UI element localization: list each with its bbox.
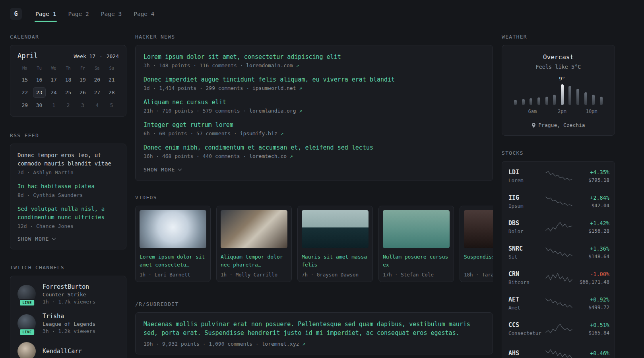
video-thumbnail[interactable] — [464, 210, 493, 248]
stock-change: +1.42% — [573, 220, 609, 226]
weather-condition: Overcast — [508, 53, 608, 61]
video-thumbnail[interactable] — [383, 210, 450, 248]
rss-item-title[interactable]: Sed volutpat nulla nisl, a condimentum n… — [17, 205, 119, 222]
reddit-meta-text: 19h · 9,932 points · 1,090 comments · — [144, 341, 262, 347]
rss-item: Donec tempor eros leo, ut commodo mauris… — [17, 151, 119, 175]
tab-page-2[interactable]: Page 2 — [67, 0, 89, 28]
video-card[interactable]: Aliquam tempor dolor nec pharetra… 1h · … — [216, 206, 292, 282]
video-thumbnail[interactable] — [140, 210, 206, 248]
app-logo[interactable]: G — [10, 8, 22, 20]
show-more-label: SHOW MORE — [17, 236, 49, 242]
hour-label: 2pm — [558, 109, 566, 114]
stock-values: +4.35% $795.18 — [573, 169, 609, 183]
video-card[interactable]: Suspendisse diam 18h · Tara — [460, 206, 493, 282]
rss-item-meta: 7d · Ashlyn Martin — [17, 169, 119, 175]
video-title[interactable]: Nullam posuere cursus ex — [383, 253, 450, 269]
twitch-section: TWITCH CHANNELS LIVE ForrestBurton Count… — [10, 265, 126, 358]
video-card[interactable]: Lorem ipsum dolor sit amet consectetu… 1… — [135, 206, 211, 282]
stock-row[interactable]: AHS +0.46% — [508, 341, 608, 358]
reddit-post-title[interactable]: Maecenas mollis pulvinar erat non posuer… — [144, 320, 485, 337]
reddit-post-meta: 19h · 9,932 points · 1,090 comments · lo… — [144, 341, 485, 347]
external-link-icon: ↗ — [302, 341, 305, 347]
stock-name: Bitcorn — [508, 279, 545, 285]
stock-values: +2.84% $42.04 — [573, 195, 609, 208]
section-title-weather: WEATHER — [502, 34, 615, 40]
weather-bar — [514, 100, 517, 105]
stock-symbol: SNRC — [508, 245, 545, 252]
calendar-day: 21 — [105, 74, 119, 85]
twitch-channel[interactable]: LIVE Trisha League of Legends 3h · 1.2k … — [17, 313, 119, 334]
twitch-channel[interactable]: LIVE ForrestBurton Counter-Strike 1h · 1… — [17, 283, 119, 305]
rss-item-title[interactable]: Donec tempor eros leo, ut commodo mauris… — [17, 151, 119, 168]
tab-page-1[interactable]: Page 1 — [35, 0, 57, 28]
video-card[interactable]: Mauris sit amet massa felis 7h · Grayson… — [297, 206, 373, 282]
video-title[interactable]: Suspendisse diam — [464, 253, 493, 269]
top-navigation: G Page 1 Page 2 Page 3 Page 4 — [0, 0, 644, 28]
hn-show-more-button[interactable]: SHOW MORE — [144, 167, 485, 173]
tab-page-4[interactable]: Page 4 — [133, 0, 155, 28]
video-thumbnail[interactable] — [302, 210, 369, 248]
hn-item-title[interactable]: Aliquam nec cursus elit — [144, 99, 485, 106]
channel-info: KendallCarr — [43, 348, 82, 355]
stock-sparkline-wrap — [545, 298, 573, 308]
subreddit-widget: Maecenas mollis pulvinar erat non posuer… — [135, 312, 493, 354]
stock-values: +1.42% $156.28 — [573, 220, 609, 234]
video-title[interactable]: Aliquam tempor dolor nec pharetra… — [221, 253, 287, 269]
hn-source-link[interactable]: loremlandia.org — [249, 108, 296, 114]
stock-symbol: DBS — [508, 220, 545, 227]
left-column: CALENDAR April Week 17 · 2024 Mo Tu We T… — [10, 34, 126, 358]
hn-source-link[interactable]: ipsumify.biz — [240, 130, 277, 136]
tab-page-3[interactable]: Page 3 — [100, 0, 122, 28]
hn-source-link[interactable]: ipsumworld.net — [252, 85, 296, 91]
video-card[interactable]: Nullam posuere cursus ex 17h · Stefan Co… — [378, 206, 454, 282]
calendar-day-next-month: 3 — [76, 100, 90, 111]
rss-item-title[interactable]: In hac habitasse platea — [17, 182, 119, 191]
stock-price: $42.04 — [573, 202, 609, 208]
stock-row[interactable]: DBS Dolor +1.42% $156.28 — [508, 214, 608, 239]
hn-source-link[interactable]: loremdomain.com — [246, 62, 293, 68]
chevron-down-icon — [52, 236, 56, 240]
stock-change: -1.00% — [573, 271, 609, 277]
reddit-source-link[interactable]: loremnet.xyz — [262, 341, 299, 347]
external-link-icon: ↗ — [299, 108, 302, 114]
video-title[interactable]: Mauris sit amet massa felis — [302, 253, 369, 269]
video-thumbnail[interactable] — [221, 210, 287, 248]
stock-row[interactable]: AET Amet +0.92% $499.72 — [508, 290, 608, 316]
calendar-header: April Week 17 · 2024 — [17, 52, 119, 60]
hn-item-title[interactable]: Donec imperdiet augue tincidunt felis al… — [144, 76, 485, 83]
stock-price: $499.72 — [573, 304, 609, 310]
rss-show-more-button[interactable]: SHOW MORE — [17, 236, 119, 242]
twitch-widget: LIVE ForrestBurton Counter-Strike 1h · 1… — [10, 276, 126, 358]
hn-item: Integer eget rutrum lorem 6h · 60 points… — [144, 121, 485, 136]
hn-item-title[interactable]: Lorem ipsum dolor sit amet, consectetur … — [144, 53, 485, 60]
weather-bar — [568, 86, 571, 105]
stock-values: +0.46% — [573, 350, 609, 358]
stock-row[interactable]: CCS Consectetur +0.51% $165.84 — [508, 316, 608, 341]
stock-row[interactable]: CRN Bitcorn -1.00% $66,171.48 — [508, 265, 608, 290]
channel-info: ForrestBurton Counter-Strike 1h · 1.7k v… — [43, 283, 95, 305]
calendar-week-year: Week 17 · 2024 — [74, 53, 119, 59]
stock-row[interactable]: LDI Lorem +4.35% $795.18 — [508, 163, 608, 189]
weather-bar — [522, 99, 525, 105]
weather-bars — [514, 84, 603, 105]
stock-values: +0.92% $499.72 — [573, 296, 609, 310]
calendar-dow: Sa — [90, 66, 104, 72]
middle-column: HACKER NEWS Lorem ipsum dolor sit amet, … — [135, 34, 493, 354]
hacker-news-widget: Lorem ipsum dolor sit amet, consectetur … — [135, 45, 493, 181]
stock-row[interactable]: SNRC Sit +1.36% $148.64 — [508, 239, 608, 265]
calendar-day: 20 — [90, 74, 104, 85]
section-title-calendar: CALENDAR — [10, 34, 126, 40]
hn-item-title[interactable]: Donec enim nibh, condimentum et accumsan… — [144, 144, 485, 151]
hn-item-title[interactable]: Integer eget rutrum lorem — [144, 121, 485, 128]
stock-sparkline-wrap — [545, 349, 573, 358]
sparkline-chart — [545, 323, 573, 334]
sparkline-chart — [545, 247, 573, 257]
stock-row[interactable]: IIG Ipsum +2.84% $42.04 — [508, 189, 608, 214]
stock-name: Dolor — [508, 228, 545, 234]
twitch-channel[interactable]: KendallCarr — [17, 342, 119, 358]
video-title[interactable]: Lorem ipsum dolor sit amet consectetu… — [140, 253, 206, 269]
hn-item-meta: 6h · 60 points · 57 comments · ipsumify.… — [144, 130, 485, 136]
hn-source-link[interactable]: loremtech.co — [249, 153, 287, 159]
calendar-day: 24 — [47, 87, 61, 98]
channel-avatar-wrap — [17, 342, 37, 358]
